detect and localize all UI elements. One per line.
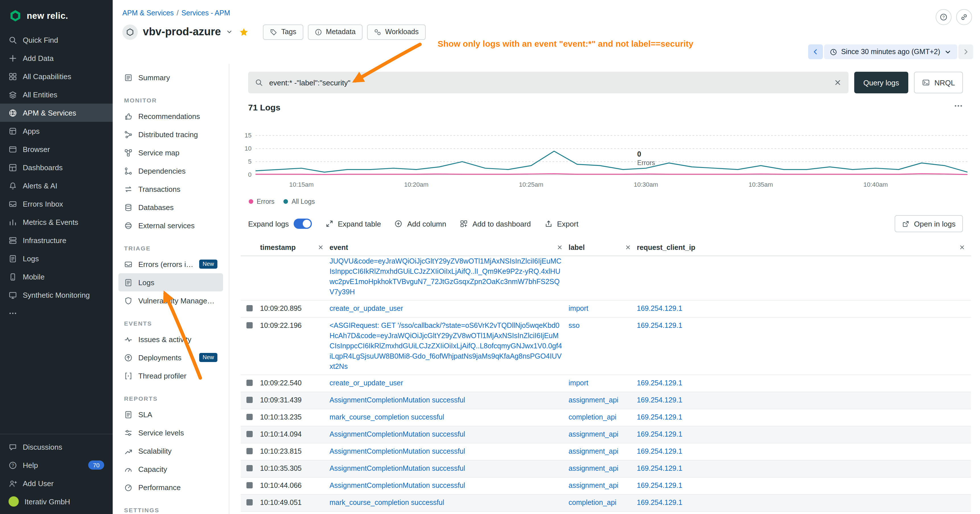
event-link[interactable]: mark_course_completion successful (329, 412, 563, 422)
row-select-cell[interactable] (241, 412, 260, 423)
sidebar-item-help[interactable]: Help70 (0, 456, 113, 474)
entity-switcher-chevron-icon[interactable] (226, 29, 233, 35)
favorite-star-icon[interactable] (239, 27, 249, 37)
table-row[interactable]: 10:11:00.311AssignmentCompletionMutation… (241, 512, 971, 514)
table-row[interactable]: 10:09:22.540create_or_update_userimport1… (241, 375, 971, 392)
column-header-event[interactable]: event (329, 243, 568, 251)
sidebar-item-synthetic-monitoring[interactable]: Synthetic Monitoring (0, 286, 113, 304)
subnav-item-errors-errors-inb[interactable]: Errors (errors inb...New (118, 255, 223, 273)
sidebar-item-errors-inbox[interactable]: Errors Inbox (0, 195, 113, 213)
sidebar-item-mobile[interactable]: Mobile (0, 267, 113, 286)
label-link[interactable]: import (568, 303, 631, 313)
time-forward-button[interactable] (958, 45, 973, 59)
sidebar-item-add-user[interactable]: Add User (0, 474, 113, 492)
subnav-item-deployments[interactable]: DeploymentsNew (118, 349, 223, 367)
export-button[interactable]: Export (545, 220, 579, 228)
event-link[interactable]: <ASGIRequest: GET '/sso/callback/?state=… (329, 320, 563, 372)
sidebar-item-apps[interactable]: Apps (0, 122, 113, 140)
table-row[interactable]: 10:10:23.815AssignmentCompletionMutation… (241, 443, 971, 460)
ip-link[interactable]: 169.254.129.1 (637, 481, 965, 491)
ip-link[interactable]: 169.254.129.1 (637, 412, 965, 422)
sidebar-item-browser[interactable]: Browser (0, 140, 113, 158)
ip-link[interactable]: 169.254.129.1 (637, 446, 965, 457)
subnav-item-performance[interactable]: Performance (118, 478, 223, 496)
logs-chart-svg[interactable]: 05101510:15am10:20am10:25am10:30am10:35a… (241, 117, 971, 191)
copy-link-button[interactable] (956, 9, 972, 25)
subnav-item-thread-profiler[interactable]: Thread profiler (118, 367, 223, 385)
tags-pill[interactable]: Tags (263, 24, 303, 40)
sidebar-item-apm-services[interactable]: APM & Services (0, 103, 113, 122)
ip-link[interactable]: 169.254.129.1 (637, 320, 965, 331)
sidebar-item-iterativ-gmbh[interactable]: Iterativ GmbH (0, 492, 113, 511)
new-relic-logo[interactable]: new relic. (0, 0, 113, 29)
label-link[interactable]: sso (568, 320, 631, 331)
sidebar-item-discussions[interactable]: Discussions (0, 438, 113, 456)
table-row[interactable]: 10:10:35.305AssignmentCompletionMutation… (241, 460, 971, 477)
legend-errors[interactable]: Errors (249, 198, 275, 205)
table-row[interactable]: 10:09:31.439AssignmentCompletionMutation… (241, 392, 971, 409)
breadcrumb-apm-services[interactable]: APM & Services (123, 9, 174, 17)
table-row[interactable]: 10:10:44.066AssignmentCompletionMutation… (241, 477, 971, 495)
subnav-item-recommendations[interactable]: Recommendations (118, 107, 223, 125)
table-row[interactable]: 10:09:20.895create_or_update_userimport1… (241, 301, 971, 318)
label-link[interactable]: assignment_api (568, 481, 631, 491)
legend-all-logs[interactable]: All Logs (284, 198, 315, 205)
clear-search-icon[interactable] (834, 78, 842, 86)
table-row[interactable]: 10:10:13.235mark_course_completion succe… (241, 409, 971, 426)
row-select-cell[interactable] (241, 320, 260, 331)
sidebar-item-all-entities[interactable]: All Entities (0, 85, 113, 103)
sidebar-item-all-capabilities[interactable]: All Capabilities (0, 67, 113, 85)
log-search-box[interactable] (248, 72, 848, 93)
subnav-item-dependencies[interactable]: Dependencies (118, 162, 223, 180)
sidebar-item-quick-find[interactable]: Quick Find (0, 31, 113, 49)
add-column-button[interactable]: Add column (395, 220, 446, 228)
subnav-item-vulnerability-management[interactable]: Vulnerability Management (118, 291, 223, 310)
event-link[interactable]: AssignmentCompletionMutation successful (329, 481, 563, 491)
add-to-dashboard-button[interactable]: Add to dashboard (460, 220, 531, 228)
time-range-button[interactable]: Since 30 minutes ago (GMT+2) (824, 45, 957, 59)
logs-options-button[interactable] (954, 101, 963, 113)
subnav-item-capacity[interactable]: Capacity (118, 460, 223, 478)
sidebar-item-logs[interactable]: Logs (0, 249, 113, 267)
subnav-item-logs[interactable]: Logs (118, 273, 223, 291)
event-link[interactable]: create_or_update_user (329, 303, 563, 313)
subnav-item-external-services[interactable]: External services (118, 216, 223, 234)
remove-column-icon[interactable] (625, 244, 631, 250)
workloads-pill[interactable]: Workloads (367, 24, 426, 40)
subnav-item-issues-activity[interactable]: Issues & activity (118, 330, 223, 349)
expand-table-button[interactable]: Expand table (325, 220, 381, 228)
ip-link[interactable]: 169.254.129.1 (637, 303, 965, 313)
help-button[interactable] (935, 9, 951, 25)
label-link[interactable]: import (568, 378, 631, 388)
row-select-cell[interactable] (241, 481, 260, 491)
column-header-label[interactable]: label (568, 243, 637, 251)
column-header-timestamp[interactable]: timestamp (260, 243, 329, 251)
event-link[interactable]: AssignmentCompletionMutation successful (329, 446, 563, 457)
sidebar-item-add-data[interactable]: Add Data (0, 49, 113, 67)
event-link[interactable]: AssignmentCompletionMutation successful (329, 429, 563, 439)
label-link[interactable]: assignment_api (568, 446, 631, 457)
table-row[interactable]: 10:10:14.094AssignmentCompletionMutation… (241, 426, 971, 443)
remove-column-icon[interactable] (557, 244, 563, 250)
nrql-button[interactable]: NRQL (914, 72, 963, 93)
sidebar-item-alerts-ai[interactable]: Alerts & AI (0, 177, 113, 195)
sidebar-item-infrastructure[interactable]: Infrastructure (0, 231, 113, 249)
subnav-item-distributed-tracing[interactable]: Distributed tracing (118, 125, 223, 143)
row-select-cell[interactable] (241, 429, 260, 440)
breadcrumb-services-apm[interactable]: Services - APM (181, 9, 230, 17)
event-link[interactable]: create_or_update_user (329, 378, 563, 388)
row-select-cell[interactable] (241, 395, 260, 406)
table-row[interactable]: JUQVU&code=eyJraWQiOiJjcGltY29yZV8wOTl1M… (241, 256, 971, 301)
label-link[interactable]: assignment_api (568, 463, 631, 474)
row-select-cell[interactable] (241, 446, 260, 457)
subnav-item-databases[interactable]: Databases (118, 198, 223, 216)
sidebar-item-metrics-events[interactable]: Metrics & Events (0, 213, 113, 231)
row-select-cell[interactable] (241, 463, 260, 474)
label-link[interactable]: completion_api (568, 498, 631, 508)
ip-link[interactable]: 169.254.129.1 (637, 498, 965, 508)
time-back-button[interactable] (808, 45, 823, 59)
subnav-item-service-levels[interactable]: Service levels (118, 423, 223, 442)
label-link[interactable]: assignment_api (568, 395, 631, 405)
row-select-cell[interactable] (241, 498, 260, 508)
event-link[interactable]: JUQVU&code=eyJraWQiOiJjcGltY29yZV8wOTl1M… (329, 256, 563, 297)
